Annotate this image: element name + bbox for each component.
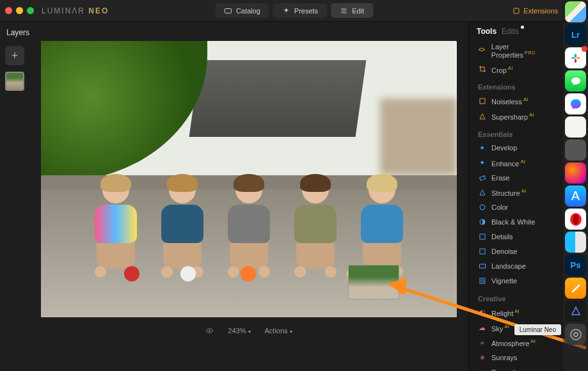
tool-layer-properties[interactable]: Layer PropertiesPRO	[472, 40, 560, 62]
sparkle-icon: ✦	[478, 144, 486, 152]
tool-erase[interactable]: Erase	[472, 170, 560, 185]
main-photo[interactable]	[41, 41, 457, 317]
edit-label: Edit	[352, 7, 364, 15]
film-icon	[478, 97, 486, 106]
extensions-label: Extensions	[523, 7, 558, 15]
mode-switcher: Catalog Presets Edit	[215, 3, 373, 18]
svg-rect-17	[575, 54, 576, 58]
extensions-button[interactable]: Extensions	[512, 6, 558, 15]
eraser-icon	[478, 173, 486, 182]
section-creative: Creative	[472, 288, 560, 305]
dock-firefox-icon[interactable]	[565, 162, 586, 184]
dock-settings-icon[interactable]	[565, 324, 586, 345]
svg-rect-18	[575, 59, 576, 63]
drama-icon: ◈	[478, 368, 486, 371]
svg-rect-13	[480, 278, 485, 283]
tool-color[interactable]: Color	[472, 200, 560, 215]
tool-black-white[interactable]: Black & White	[472, 215, 560, 230]
details-icon	[478, 233, 486, 241]
tool-supersharp[interactable]: SupersharpAI	[472, 109, 560, 124]
app-title: LUMINΛR NEO	[42, 6, 109, 15]
denoise-icon	[478, 248, 486, 256]
catalog-button[interactable]: Catalog	[215, 3, 269, 18]
layers-heading: Layers	[6, 28, 29, 37]
circle-icon	[478, 203, 486, 212]
svg-rect-15	[571, 57, 575, 59]
svg-rect-7	[479, 176, 485, 180]
section-essentials: Essentials	[472, 124, 560, 141]
tool-structure[interactable]: StructureAI	[472, 185, 560, 200]
tools-panel: Tools Edits Layer PropertiesPRO CropAI E…	[468, 22, 563, 371]
add-layer-button[interactable]: +	[5, 46, 24, 65]
tool-details[interactable]: Details	[472, 230, 560, 244]
dock-lightroom-icon[interactable]: Lr	[565, 24, 586, 45]
dock-finder-icon[interactable]	[565, 232, 586, 253]
tool-landscape[interactable]: Landscape	[472, 259, 560, 274]
dock-photoshop-icon[interactable]: Ps	[565, 255, 586, 276]
dock-pages-icon[interactable]	[565, 278, 586, 299]
dragged-photo-overlay[interactable]	[348, 265, 399, 299]
maximize-window-icon[interactable]	[27, 7, 34, 14]
tool-sunrays[interactable]: ☀Sunrays	[472, 351, 560, 365]
app-window: LUMINΛR NEO Catalog Presets Edit Extensi…	[0, 0, 563, 371]
sparkle-icon: ✦	[478, 159, 486, 167]
eye-icon[interactable]	[205, 327, 214, 335]
tool-dramatic[interactable]: ◈Dramatic	[472, 365, 560, 371]
svg-rect-1	[514, 8, 519, 13]
svg-rect-10	[480, 234, 485, 239]
zoom-level[interactable]: 243% ▾	[228, 327, 250, 335]
tool-develop[interactable]: ✦Develop	[472, 141, 560, 155]
edits-indicator-dot	[521, 26, 524, 29]
tool-atmosphere[interactable]: ≈AtmosphereAI	[472, 335, 560, 351]
svg-rect-11	[480, 249, 485, 254]
dock-opera-icon[interactable]	[565, 209, 586, 230]
tool-crop[interactable]: CropAI	[472, 62, 560, 77]
actions-menu[interactable]: Actions ▾	[265, 327, 292, 335]
svg-point-20	[573, 214, 578, 225]
waves-icon: ≈	[478, 339, 486, 347]
plus-icon: +	[12, 49, 19, 63]
triangle-icon	[478, 112, 486, 120]
presets-label: Presets	[294, 7, 318, 15]
tool-denoise[interactable]: Denoise	[472, 244, 560, 259]
dock-slack-icon[interactable]	[565, 47, 586, 68]
svg-rect-6	[480, 99, 485, 104]
presets-button[interactable]: Presets	[273, 3, 327, 18]
dock-messenger-icon[interactable]	[565, 93, 586, 114]
crop-icon	[478, 65, 486, 74]
close-window-icon[interactable]	[5, 7, 12, 14]
canvas-area: 243% ▾ Actions ▾	[29, 22, 468, 371]
tab-tools[interactable]: Tools	[477, 27, 497, 36]
svg-rect-0	[225, 8, 231, 13]
svg-rect-12	[479, 264, 485, 268]
svg-point-22	[574, 333, 578, 336]
layer-thumbnail[interactable]	[5, 72, 24, 91]
svg-rect-16	[576, 57, 580, 59]
tool-vignette[interactable]: Vignette	[472, 274, 560, 288]
panel-tabs: Tools Edits	[472, 27, 560, 40]
dock-photo-app-icon[interactable]	[565, 139, 586, 161]
layers-panel: Layers +	[0, 22, 29, 371]
dock-messages-icon[interactable]	[565, 70, 586, 91]
tool-relight[interactable]: ◐RelightAI	[472, 305, 560, 320]
edit-button[interactable]: Edit	[331, 3, 373, 18]
tab-edits[interactable]: Edits	[502, 27, 519, 36]
tool-enhance[interactable]: ✦EnhanceAI	[472, 155, 560, 171]
tool-noiseless[interactable]: NoiselessAI	[472, 93, 560, 109]
title-bar: LUMINΛR NEO Catalog Presets Edit Extensi…	[0, 0, 563, 22]
sliders-icon	[340, 6, 348, 15]
dock-tooltip: Luminar Neo	[514, 324, 561, 335]
section-extensions: Extensions	[472, 77, 560, 93]
vignette-icon	[478, 277, 486, 285]
macos-dock: Lr A Ps	[563, 0, 588, 371]
minimize-window-icon[interactable]	[16, 7, 23, 14]
dock-maps-icon[interactable]	[565, 1, 586, 22]
dock-notes-icon[interactable]	[565, 116, 586, 138]
dock-appstore-icon[interactable]: A	[565, 186, 586, 207]
halfcircle-icon	[478, 218, 486, 226]
dock-luminar-icon[interactable]	[565, 301, 586, 322]
structure-icon	[478, 189, 486, 197]
catalog-label: Catalog	[236, 7, 260, 15]
svg-point-5	[209, 330, 211, 331]
bulb-icon: ◐	[478, 308, 486, 317]
